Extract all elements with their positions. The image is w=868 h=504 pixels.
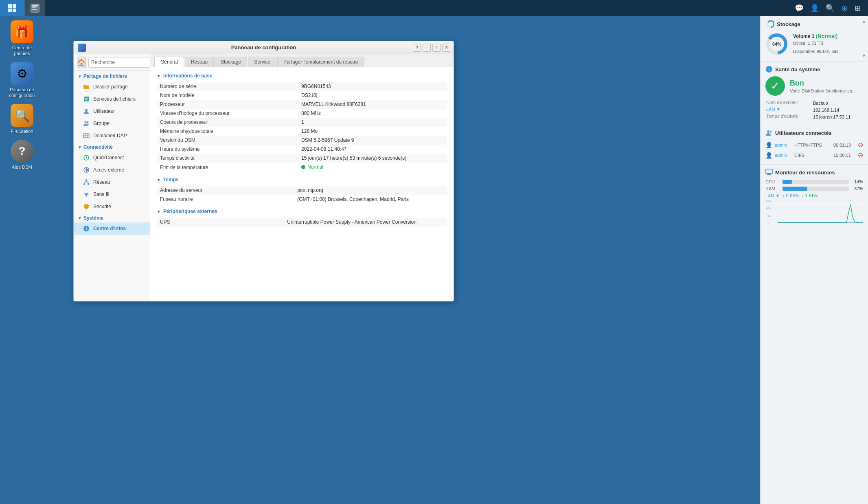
serveur-label: Adresse du serveur	[157, 186, 294, 195]
memoire-value: 128 Mo	[298, 127, 447, 136]
dossier-label: Dossier partagé	[93, 84, 128, 90]
win-maximize-button[interactable]: □	[432, 44, 441, 52]
section-header-peripheriques: ▼ Périphériques externes	[157, 209, 447, 214]
win-minimize-button[interactable]: ─	[423, 44, 431, 52]
search-input[interactable]	[88, 57, 150, 68]
user-1-icon: 👤	[765, 152, 772, 158]
users-icon	[765, 129, 773, 136]
svg-text:0: 0	[769, 221, 771, 225]
sidebar-item-quickconnect[interactable]: QuickConnect	[74, 152, 150, 164]
health-header: i Santé du système	[765, 66, 863, 73]
sidebar-section-systeme[interactable]: ▼ Système	[74, 213, 150, 222]
sidebar-section-connectivite[interactable]: ▼ Connectivité	[74, 142, 150, 152]
svg-line-19	[84, 181, 86, 183]
desktop-icon-filestation[interactable]: 🔍 File Station	[4, 104, 40, 134]
sidebar-item-services-fichiers[interactable]: Services de fichiers	[74, 93, 150, 105]
table-row: Vitesse d'horloge du processeur 800 MHz	[157, 109, 447, 118]
sidebar-item-acces[interactable]: Accès externe	[74, 164, 150, 176]
serie-label: Numéro de série	[157, 82, 298, 91]
monitor-header: Moniteur de ressources	[765, 169, 863, 176]
grid-icon[interactable]: ⊞	[853, 2, 862, 14]
tab-partager[interactable]: Partager l'emplacement du réseau	[277, 57, 364, 67]
sidebar-item-securite[interactable]: Sécurité	[74, 200, 150, 213]
svg-rect-2	[8, 9, 12, 12]
user-icon[interactable]: 👤	[809, 2, 821, 14]
desktop-icon-help[interactable]: ? Aide DSM	[4, 140, 40, 170]
svg-text:100: 100	[765, 207, 771, 210]
cpu-row: CPU 14%	[765, 179, 863, 184]
heure-value: 2022-04-08 11:40:47	[298, 145, 447, 154]
peripheriques-title: Périphériques externes	[163, 209, 217, 214]
uptime-value: 15 jour(s) 17 heure(s) 53 minute(s) 6 se…	[298, 154, 447, 163]
tab-service[interactable]: Service	[248, 57, 276, 67]
acces-icon	[83, 166, 90, 174]
win-controls: ? ─ □ ✕	[413, 44, 450, 52]
health-info-icon: i	[765, 66, 773, 73]
user-0-remove-button[interactable]: ⊖	[858, 141, 863, 149]
vitesse-value: 800 MHz	[298, 109, 447, 118]
svg-point-10	[85, 109, 88, 111]
cpu-label: CPU	[765, 179, 780, 184]
desktop-icon-packages[interactable]: 🎁 Centre de paquets	[4, 20, 40, 57]
connectivite-arrow-icon: ▼	[78, 145, 82, 150]
tab-reseau[interactable]: Réseau	[185, 57, 214, 67]
sidebar-section-partage[interactable]: ▼ Partage de fichiers	[74, 71, 150, 81]
taskbar-logo[interactable]	[0, 0, 24, 16]
ups-label: UPS	[157, 218, 284, 227]
win-content: ▼ Informations de base Numéro de série 9…	[150, 67, 454, 301]
storage-title: Stockage	[777, 21, 800, 27]
groupe-label: Groupe	[93, 121, 110, 126]
sidebar-item-dossier[interactable]: Dossier partagé	[74, 81, 150, 93]
desktop-icon-control[interactable]: ⚙ Panneau deconfiguration	[4, 62, 40, 99]
user-1-name: admin	[775, 153, 792, 158]
sidebar-item-groupe[interactable]: Groupe	[74, 117, 150, 130]
storage-content: 64% Volume 1 (Normal) Utilisé: 1.71 TB D…	[765, 31, 863, 57]
user-1-remove-button[interactable]: ⊖	[858, 151, 863, 159]
svg-rect-8	[85, 98, 88, 99]
win-help-button[interactable]: ?	[413, 44, 421, 52]
win-titlebar: Panneau de configuration ? ─ □ ✕	[74, 41, 454, 54]
uptime-label: Temps d'activité	[157, 154, 298, 163]
reseau-icon	[83, 178, 90, 186]
user-row-1: 👤 admin CIFS 15:00:11 ⊖	[765, 150, 863, 160]
health-section: i Santé du système ✓ Bon Votre DiskStati…	[761, 62, 868, 125]
securite-label: Sécurité	[93, 204, 111, 209]
chat-icon[interactable]: 💬	[793, 2, 805, 14]
sidebar-item-domaine[interactable]: Domaine/LDAP	[74, 130, 150, 142]
temps-title: Temps	[163, 177, 179, 183]
users-title: Utilisateurs connectés	[775, 130, 832, 136]
search-icon[interactable]: 🔍	[824, 2, 836, 14]
modele-label: Nom de modèle	[157, 91, 298, 100]
storage-details: Volume 1 (Normal) Utilisé: 1.71 TB Dispo…	[793, 33, 863, 55]
section-header-informations: ▼ Informations de base	[157, 73, 447, 79]
informations-table: Numéro de série 9BG6N01543 Nom de modèle…	[157, 82, 447, 172]
domaine-icon	[83, 132, 90, 139]
sidebar-item-sansfil[interactable]: Sans fil	[74, 188, 150, 200]
temps-table: Adresse du serveur pool.ntp.org Fuseau h…	[157, 186, 447, 204]
server-label: Nom de serveur	[766, 100, 812, 106]
uptime-label: Temps d'activité	[766, 114, 812, 120]
status-text: Normal	[307, 164, 323, 170]
svg-rect-34	[767, 174, 771, 175]
health-description: Votre DiskStation fonctionne co...	[790, 88, 863, 93]
lan-dropdown-monitor[interactable]: LAN ▼	[765, 193, 780, 198]
ram-row: RAM 37%	[765, 186, 863, 191]
sidebar-item-utilisateur[interactable]: Utilisateur	[74, 105, 150, 117]
cpu-bar-bg	[783, 180, 849, 184]
win-close-button[interactable]: ✕	[442, 44, 450, 52]
sidebar-item-reseau[interactable]: Réseau	[74, 176, 150, 188]
packages-icon-img: 🎁	[11, 20, 33, 43]
svg-text:50: 50	[767, 214, 771, 218]
dsm-label: Version du DSM	[157, 136, 298, 145]
scroll-up-arrow[interactable]: ▲	[861, 19, 866, 24]
tab-general[interactable]: Général	[154, 57, 184, 67]
taskbar-app-active[interactable]	[24, 0, 45, 16]
tab-stockage[interactable]: Stockage	[215, 57, 247, 67]
synology-icon[interactable]: ⊕	[840, 2, 850, 15]
lan-dropdown[interactable]: LAN ▼	[766, 107, 780, 112]
sansfil-label: Sans fil	[93, 191, 109, 197]
sidebar-home-button[interactable]: 🏠	[77, 57, 86, 68]
sidebar-item-centreinfos[interactable]: i Centre d'infos	[74, 222, 150, 235]
scroll-down-arrow[interactable]: ▼	[861, 53, 866, 59]
ram-bar-bg	[783, 187, 849, 191]
